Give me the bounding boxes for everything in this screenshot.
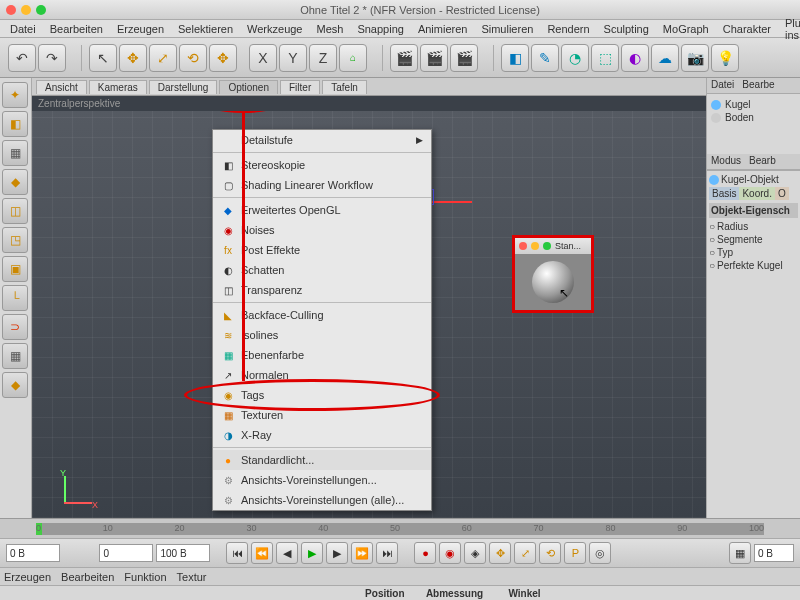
menu-animieren[interactable]: Animieren [412,22,474,36]
menu-item-texturen[interactable]: ▦Texturen [213,405,431,425]
float-close-icon[interactable] [519,242,527,250]
attr-radius[interactable]: ○ Radius [709,220,798,233]
menu-selektieren[interactable]: Selektieren [172,22,239,36]
make-editable[interactable]: ✦ [2,82,28,108]
redo-button[interactable]: ↷ [38,44,66,72]
layout-button[interactable]: ▦ [729,542,751,564]
nurbs-tool[interactable]: ◔ [561,44,589,72]
menu-item-stereoskopie[interactable]: ◧Stereoskopie [213,155,431,175]
light-tool[interactable]: 💡 [711,44,739,72]
scale-tool[interactable]: ⤢ [149,44,177,72]
rtab-datei[interactable]: Datei [707,78,738,93]
menu-plugins[interactable]: Plug-ins [779,16,800,42]
frame-start-field[interactable]: 0 B [6,544,60,562]
frame-end-field[interactable]: 100 B [156,544,210,562]
attr-tab-obj[interactable]: O [775,187,789,200]
key-pos-button[interactable]: ✥ [489,542,511,564]
menu-werkzeuge[interactable]: Werkzeuge [241,22,308,36]
menu-item-isolines[interactable]: ≋Isolines [213,325,431,345]
poly-mode[interactable]: ▣ [2,256,28,282]
key-rot-button[interactable]: ⟲ [539,542,561,564]
magnet-mode[interactable]: ⊃ [2,314,28,340]
quantize-mode[interactable]: ▦ [2,343,28,369]
vtab-optionen[interactable]: Optionen [219,80,278,94]
rotate-tool[interactable]: ⟲ [179,44,207,72]
cube-primitive[interactable]: ◧ [501,44,529,72]
menu-erzeugen[interactable]: Erzeugen [111,22,170,36]
float-min-icon[interactable] [531,242,539,250]
texture-mode[interactable]: ▦ [2,140,28,166]
prev-frame-button[interactable]: ◀ [276,542,298,564]
window-controls[interactable] [6,5,46,15]
obj-boden[interactable]: Boden [711,111,796,124]
key-scale-button[interactable]: ⤢ [514,542,536,564]
select-tool[interactable]: ↖ [89,44,117,72]
btab-bearbeiten[interactable]: Bearbeiten [61,571,114,583]
goto-end-button[interactable]: ⏭ [376,542,398,564]
menu-charakter[interactable]: Charakter [717,22,777,36]
locked-workplane[interactable]: ◆ [2,372,28,398]
menu-item-ansichts-voreinstellungen-[interactable]: ⚙Ansichts-Voreinstellungen... [213,470,431,490]
prev-key-button[interactable]: ⏪ [251,542,273,564]
vtab-kameras[interactable]: Kameras [89,80,147,94]
deformer-tool[interactable]: ◐ [621,44,649,72]
environment-tool[interactable]: ☁ [651,44,679,72]
keyframe-sel-button[interactable]: ◈ [464,542,486,564]
menu-item-normalen[interactable]: ↗Normalen [213,365,431,385]
viewport[interactable]: Y X Detailstufe▶◧Stereoskopie▢Shading Li… [32,111,706,518]
close-icon[interactable] [6,5,16,15]
menu-mograph[interactable]: MoGraph [657,22,715,36]
render-region[interactable]: 🎬 [420,44,448,72]
autokey-button[interactable]: ◉ [439,542,461,564]
coord-system[interactable]: ⌂ [339,44,367,72]
goto-start-button[interactable]: ⏮ [226,542,248,564]
key-pla-button[interactable]: ◎ [589,542,611,564]
menu-item-backface-culling[interactable]: ◣Backface-Culling [213,305,431,325]
record-button[interactable]: ● [414,542,436,564]
rtab-modus[interactable]: Modus [707,154,745,169]
move-tool[interactable]: ✥ [119,44,147,72]
render-view[interactable]: 🎬 [390,44,418,72]
camera-tool[interactable]: 📷 [681,44,709,72]
menu-mesh[interactable]: Mesh [310,22,349,36]
rtab-bearbeiten[interactable]: Bearbe [738,78,778,93]
vtab-darstellung[interactable]: Darstellung [149,80,218,94]
minimize-icon[interactable] [21,5,31,15]
next-key-button[interactable]: ⏩ [351,542,373,564]
vtab-tafeln[interactable]: Tafeln [322,80,367,94]
attr-tab-basis[interactable]: Basis [709,187,739,200]
z-lock[interactable]: Z [309,44,337,72]
menu-item-schatten[interactable]: ◐Schatten [213,260,431,280]
attr-tab-koord[interactable]: Koord. [739,187,774,200]
axis-mode[interactable]: └ [2,285,28,311]
zoom-icon[interactable] [36,5,46,15]
x-lock[interactable]: X [249,44,277,72]
frame-current-field[interactable]: 0 [99,544,153,562]
workplane-mode[interactable]: ◆ [2,169,28,195]
menu-item-tags[interactable]: ◉Tags [213,385,431,405]
btab-erzeugen[interactable]: Erzeugen [4,571,51,583]
obj-kugel[interactable]: Kugel [711,98,796,111]
menu-sculpting[interactable]: Sculpting [598,22,655,36]
attr-typ[interactable]: ○ Typ [709,246,798,259]
undo-button[interactable]: ↶ [8,44,36,72]
vtab-filter[interactable]: Filter [280,80,320,94]
menu-datei[interactable]: Datei [4,22,42,36]
point-mode[interactable]: ◫ [2,198,28,224]
menu-item-ebenenfarbe[interactable]: ▦Ebenenfarbe [213,345,431,365]
rtab-bearb[interactable]: Bearb [745,154,780,169]
menu-item-shading-linearer-workflow[interactable]: ▢Shading Linearer Workflow [213,175,431,195]
menu-item-post-effekte[interactable]: fxPost Effekte [213,240,431,260]
menu-rendern[interactable]: Rendern [541,22,595,36]
float-zoom-icon[interactable] [543,242,551,250]
menu-item-x-ray[interactable]: ◑X-Ray [213,425,431,445]
play-button[interactable]: ▶ [301,542,323,564]
btab-textur[interactable]: Textur [177,571,207,583]
key-param-button[interactable]: P [564,542,586,564]
attr-segmente[interactable]: ○ Segmente [709,233,798,246]
vtab-ansicht[interactable]: Ansicht [36,80,87,94]
btab-funktion[interactable]: Funktion [124,571,166,583]
gizmo-x-icon[interactable] [432,201,472,203]
next-frame-button[interactable]: ▶ [326,542,348,564]
frame-far-field[interactable]: 0 B [754,544,794,562]
